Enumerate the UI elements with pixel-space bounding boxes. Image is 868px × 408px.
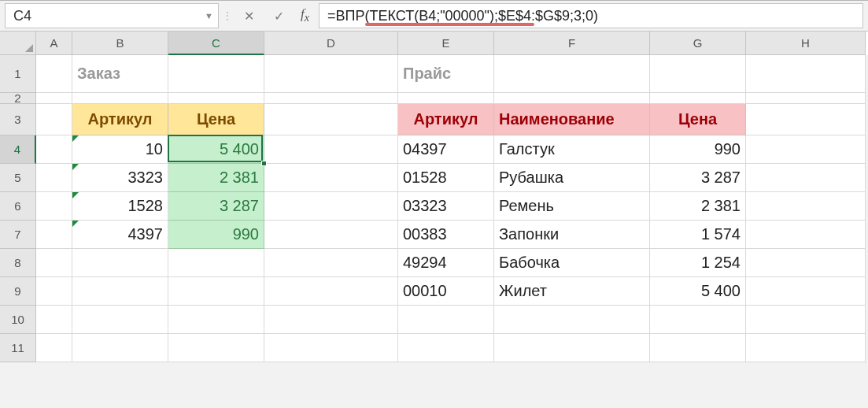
cell[interactable] (36, 334, 72, 362)
row-header[interactable]: 2 (0, 93, 36, 104)
cell[interactable] (746, 55, 866, 93)
cell[interactable] (746, 135, 866, 164)
cell[interactable]: Галстук (494, 135, 650, 164)
column-header[interactable]: H (746, 32, 866, 55)
enter-formula-button[interactable]: ✓ (266, 4, 291, 28)
cell[interactable]: 990 (168, 221, 264, 249)
row-header[interactable]: 4 (0, 135, 36, 164)
cell[interactable] (398, 306, 494, 334)
cell[interactable] (398, 334, 494, 362)
cell[interactable] (36, 306, 72, 334)
column-header[interactable]: C (168, 32, 264, 55)
cell[interactable]: 04397 (398, 135, 494, 164)
cell[interactable] (746, 93, 866, 104)
cell[interactable] (36, 221, 72, 249)
cell[interactable] (36, 277, 72, 306)
cell[interactable]: 49294 (398, 249, 494, 277)
cell[interactable] (36, 104, 72, 135)
cell[interactable] (746, 306, 866, 334)
cell[interactable] (264, 55, 398, 93)
cell[interactable]: Бабочка (494, 249, 650, 277)
cell[interactable]: Ремень (494, 192, 650, 221)
fill-handle[interactable] (261, 161, 267, 166)
row-header[interactable]: 10 (0, 306, 36, 334)
cell[interactable]: 1 574 (650, 221, 746, 249)
cell[interactable] (168, 334, 264, 362)
cell[interactable] (36, 249, 72, 277)
cell[interactable]: 3 287 (168, 192, 264, 221)
cell[interactable] (36, 164, 72, 192)
cell[interactable]: Артикул (398, 104, 494, 135)
row-header[interactable]: 7 (0, 221, 36, 249)
cell[interactable]: 4397 (72, 221, 168, 249)
name-box[interactable]: C4 ▼ (5, 3, 219, 28)
cell[interactable] (264, 334, 398, 362)
row-header[interactable]: 5 (0, 164, 36, 192)
cell[interactable] (746, 277, 866, 306)
cell[interactable] (650, 55, 746, 93)
cell[interactable]: Жилет (494, 277, 650, 306)
column-header[interactable]: A (36, 32, 72, 55)
cell[interactable] (72, 306, 168, 334)
cell[interactable] (264, 306, 398, 334)
cell[interactable]: 3323 (72, 164, 168, 192)
cancel-formula-button[interactable]: ✕ (236, 4, 261, 28)
dropdown-icon[interactable]: ▼ (205, 11, 213, 20)
cell[interactable]: Рубашка (494, 164, 650, 192)
cell[interactable] (264, 249, 398, 277)
cell[interactable] (494, 55, 650, 93)
cell[interactable] (264, 104, 398, 135)
cell[interactable] (494, 93, 650, 104)
row-header[interactable]: 8 (0, 249, 36, 277)
cell[interactable] (168, 277, 264, 306)
cell[interactable]: 03323 (398, 192, 494, 221)
cell[interactable] (264, 221, 398, 249)
cell[interactable]: 00010 (398, 277, 494, 306)
cell[interactable]: 3 287 (650, 164, 746, 192)
cell[interactable] (36, 135, 72, 164)
cell[interactable] (650, 93, 746, 104)
cell[interactable] (650, 334, 746, 362)
cell[interactable]: 5 400 (650, 277, 746, 306)
cell[interactable] (746, 221, 866, 249)
cell[interactable]: 00383 (398, 221, 494, 249)
column-header[interactable]: F (494, 32, 650, 55)
cell[interactable] (264, 164, 398, 192)
column-header[interactable]: E (398, 32, 494, 55)
cell[interactable] (72, 334, 168, 362)
formula-input[interactable]: =ВПР(ТЕКСТ(B4;"00000");$E$4:$G$9;3;0) (319, 3, 863, 28)
cell[interactable] (264, 277, 398, 306)
cell[interactable]: 1528 (72, 192, 168, 221)
cell[interactable] (72, 249, 168, 277)
cell[interactable] (168, 93, 264, 104)
cell[interactable] (746, 104, 866, 135)
cell[interactable] (36, 55, 72, 93)
cell[interactable]: 2 381 (168, 164, 264, 192)
cell[interactable] (168, 55, 264, 93)
fx-icon[interactable]: fx (301, 6, 309, 24)
cell[interactable] (494, 334, 650, 362)
row-header[interactable]: 11 (0, 334, 36, 362)
column-header[interactable]: B (72, 32, 168, 55)
row-header[interactable]: 9 (0, 277, 36, 306)
cell[interactable] (36, 192, 72, 221)
cell[interactable] (72, 277, 168, 306)
select-all-corner[interactable] (0, 32, 36, 55)
cell[interactable]: 1 254 (650, 249, 746, 277)
cell[interactable] (168, 306, 264, 334)
cell[interactable]: Наименование (494, 104, 650, 135)
cell[interactable] (72, 93, 168, 104)
cell[interactable]: Цена (650, 104, 746, 135)
row-header[interactable]: 6 (0, 192, 36, 221)
row-header[interactable]: 1 (0, 55, 36, 93)
cell[interactable] (650, 306, 746, 334)
cell[interactable]: 990 (650, 135, 746, 164)
column-header[interactable]: G (650, 32, 746, 55)
cell[interactable] (264, 192, 398, 221)
column-header[interactable]: D (264, 32, 398, 55)
cell[interactable] (746, 249, 866, 277)
cell[interactable] (398, 93, 494, 104)
cell[interactable]: Запонки (494, 221, 650, 249)
cell[interactable]: 01528 (398, 164, 494, 192)
cell[interactable] (746, 164, 866, 192)
